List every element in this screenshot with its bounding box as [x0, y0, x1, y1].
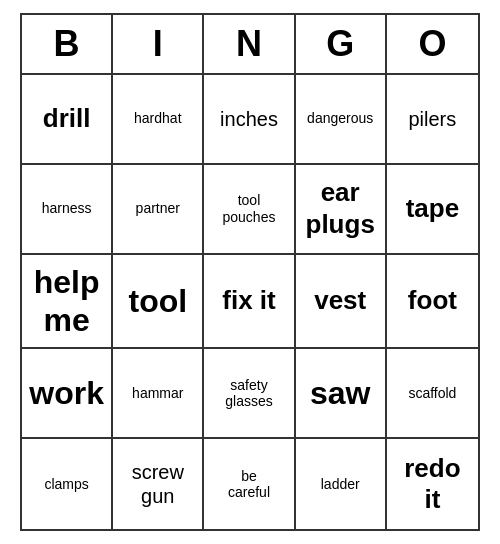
- bingo-cell-20[interactable]: clamps: [22, 439, 113, 529]
- cell-text-22: becareful: [228, 468, 270, 502]
- header-letter-n: N: [204, 15, 295, 73]
- bingo-cell-2[interactable]: inches: [204, 75, 295, 165]
- cell-text-16: hammar: [132, 385, 183, 402]
- bingo-cell-10[interactable]: helpme: [22, 255, 113, 350]
- bingo-cell-7[interactable]: toolpouches: [204, 165, 295, 255]
- header-letter-b: B: [22, 15, 113, 73]
- bingo-cell-13[interactable]: vest: [296, 255, 387, 350]
- cell-text-23: ladder: [321, 476, 360, 493]
- cell-text-15: work: [29, 374, 104, 412]
- cell-text-14: foot: [408, 285, 457, 316]
- bingo-cell-3[interactable]: dangerous: [296, 75, 387, 165]
- bingo-cell-9[interactable]: tape: [387, 165, 478, 255]
- bingo-cell-8[interactable]: earplugs: [296, 165, 387, 255]
- cell-text-11: tool: [128, 282, 187, 320]
- bingo-cell-15[interactable]: work: [22, 349, 113, 439]
- bingo-cell-0[interactable]: drill: [22, 75, 113, 165]
- cell-text-17: safetyglasses: [225, 377, 272, 411]
- cell-text-13: vest: [314, 285, 366, 316]
- cell-text-21: screwgun: [132, 460, 184, 508]
- bingo-cell-6[interactable]: partner: [113, 165, 204, 255]
- cell-text-3: dangerous: [307, 110, 373, 127]
- cell-text-18: saw: [310, 374, 370, 412]
- bingo-cell-22[interactable]: becareful: [204, 439, 295, 529]
- cell-text-12: fix it: [222, 285, 275, 316]
- bingo-cell-16[interactable]: hammar: [113, 349, 204, 439]
- bingo-header: BINGO: [22, 15, 478, 75]
- cell-text-20: clamps: [44, 476, 88, 493]
- cell-text-8: earplugs: [306, 177, 375, 239]
- bingo-card: BINGO drillhardhatinchesdangerouspilersh…: [20, 13, 480, 532]
- cell-text-9: tape: [406, 193, 459, 224]
- bingo-cell-24[interactable]: redoit: [387, 439, 478, 529]
- cell-text-2: inches: [220, 107, 278, 131]
- bingo-cell-19[interactable]: scaffold: [387, 349, 478, 439]
- cell-text-0: drill: [43, 103, 91, 134]
- header-letter-i: I: [113, 15, 204, 73]
- bingo-cell-1[interactable]: hardhat: [113, 75, 204, 165]
- cell-text-5: harness: [42, 200, 92, 217]
- cell-text-7: toolpouches: [223, 192, 276, 226]
- cell-text-19: scaffold: [408, 385, 456, 402]
- bingo-cell-23[interactable]: ladder: [296, 439, 387, 529]
- bingo-cell-18[interactable]: saw: [296, 349, 387, 439]
- bingo-cell-4[interactable]: pilers: [387, 75, 478, 165]
- bingo-grid: drillhardhatinchesdangerouspilersharness…: [22, 75, 478, 530]
- cell-text-4: pilers: [408, 107, 456, 131]
- cell-text-24: redoit: [404, 453, 460, 515]
- cell-text-10: helpme: [34, 263, 100, 340]
- bingo-cell-12[interactable]: fix it: [204, 255, 295, 350]
- cell-text-6: partner: [136, 200, 180, 217]
- header-letter-o: O: [387, 15, 478, 73]
- bingo-cell-21[interactable]: screwgun: [113, 439, 204, 529]
- bingo-cell-11[interactable]: tool: [113, 255, 204, 350]
- bingo-cell-17[interactable]: safetyglasses: [204, 349, 295, 439]
- header-letter-g: G: [296, 15, 387, 73]
- cell-text-1: hardhat: [134, 110, 181, 127]
- bingo-cell-5[interactable]: harness: [22, 165, 113, 255]
- bingo-cell-14[interactable]: foot: [387, 255, 478, 350]
